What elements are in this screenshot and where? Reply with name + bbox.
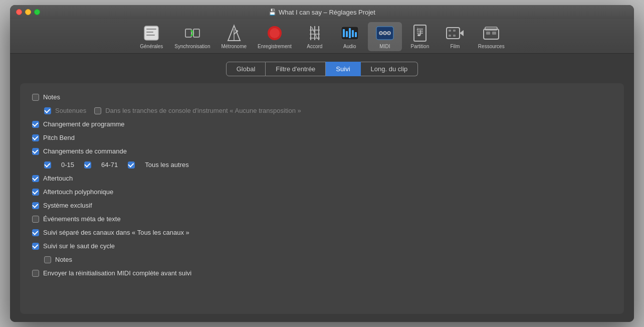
maximize-button[interactable] bbox=[34, 9, 40, 15]
label-pitch-bend: Pitch Bend bbox=[43, 134, 75, 141]
row-pitch-bend: Pitch Bend bbox=[32, 134, 612, 141]
svg-point-34 bbox=[388, 33, 389, 34]
tabs-bar: Global Filtre d'entrée Suivi Long. du cl… bbox=[20, 62, 624, 76]
metronome-icon bbox=[225, 24, 243, 42]
toolbar-item-midi[interactable]: MIDI bbox=[368, 22, 402, 51]
toolbar-item-partition[interactable]: ♩ Partition bbox=[403, 22, 437, 51]
partition-icon: ♩ bbox=[411, 24, 429, 42]
checkbox-suivi-separe[interactable] bbox=[32, 229, 39, 236]
checkbox-systeme-exclusif[interactable] bbox=[32, 202, 39, 209]
checkbox-64-71[interactable] bbox=[84, 161, 91, 169]
svg-rect-0 bbox=[144, 26, 158, 40]
checkbox-aftertouch-polyphonique[interactable] bbox=[32, 189, 39, 196]
tab-filtre-entree[interactable]: Filtre d'entrée bbox=[266, 62, 326, 76]
minimize-button[interactable] bbox=[25, 9, 31, 15]
label-envoyer-reinit: Envoyer la réinitialisation MIDI complèt… bbox=[43, 269, 191, 277]
checkbox-soutenues-extra[interactable] bbox=[94, 107, 101, 114]
label-soutenues: Soutenues bbox=[55, 107, 86, 114]
label-aftertouch: Aftertouch bbox=[43, 175, 73, 182]
svg-rect-2 bbox=[146, 32, 153, 33]
svg-rect-45 bbox=[453, 30, 456, 32]
row-envoyer-reinit: Envoyer la réinitialisation MIDI complèt… bbox=[32, 269, 612, 277]
toolbar-item-accord[interactable]: Accord bbox=[298, 22, 332, 51]
main-window: 💾 What I can say – Réglages Projet Génér… bbox=[10, 5, 634, 322]
toolbar-label-enregistrement: Enregistrement bbox=[258, 44, 292, 49]
svg-rect-44 bbox=[449, 30, 451, 32]
svg-rect-51 bbox=[492, 32, 496, 35]
checkbox-changement-programme[interactable] bbox=[32, 121, 39, 128]
toolbar-label-film: Film bbox=[450, 44, 460, 49]
toolbar: Générales Synchronisation bbox=[10, 19, 634, 54]
toolbar-item-metronome[interactable]: Métronome bbox=[216, 22, 252, 51]
svg-point-32 bbox=[384, 33, 385, 34]
generales-icon bbox=[142, 24, 160, 42]
label-tous-autres: Tous les autres bbox=[145, 161, 188, 169]
film-icon bbox=[446, 24, 464, 42]
row-soutenues: Soutenues Dans les tranches de console d… bbox=[32, 107, 612, 114]
window-title: 💾 What I can say – Réglages Projet bbox=[269, 9, 375, 16]
toolbar-label-generales: Générales bbox=[140, 44, 163, 49]
checkbox-aftertouch[interactable] bbox=[32, 175, 39, 182]
midi-icon bbox=[376, 24, 394, 42]
svg-rect-23 bbox=[343, 29, 345, 37]
tab-suivi[interactable]: Suivi bbox=[326, 62, 360, 76]
checkbox-changements-commande[interactable] bbox=[32, 148, 39, 155]
row-suivi-saut: Suivi sur le saut de cycle bbox=[32, 242, 612, 250]
checkbox-envoyer-reinit[interactable] bbox=[32, 270, 39, 277]
content-panel: Notes Soutenues Dans les tranches de con… bbox=[20, 83, 624, 314]
row-suivi-separe: Suivi séparé des canaux dans « Tous les … bbox=[32, 229, 612, 236]
title-icon: 💾 bbox=[269, 9, 276, 16]
svg-rect-3 bbox=[146, 35, 155, 36]
traffic-lights bbox=[16, 9, 40, 15]
synchronisation-icon bbox=[183, 24, 201, 42]
tab-long-clip[interactable]: Long. du clip bbox=[361, 62, 418, 76]
close-button[interactable] bbox=[16, 9, 22, 15]
tab-global[interactable]: Global bbox=[226, 62, 266, 76]
ressources-icon bbox=[482, 24, 500, 42]
row-aftertouch-polyphonique: Aftertouch polyphonique bbox=[32, 188, 612, 196]
toolbar-label-ressources: Ressources bbox=[478, 44, 505, 49]
checkbox-notes[interactable] bbox=[32, 94, 39, 101]
svg-text:♩: ♩ bbox=[416, 27, 418, 31]
audio-icon bbox=[341, 24, 359, 42]
svg-rect-48 bbox=[484, 29, 499, 39]
label-systeme-exclusif: Système exclusif bbox=[43, 202, 92, 209]
label-64-71: 64-71 bbox=[101, 161, 118, 169]
checkbox-suivi-saut[interactable] bbox=[32, 243, 39, 250]
label-changement-programme: Changement de programme bbox=[43, 120, 125, 128]
row-changement-programme: Changement de programme bbox=[32, 120, 612, 128]
checkbox-evenements-meta[interactable] bbox=[32, 216, 39, 223]
main-content: Global Filtre d'entrée Suivi Long. du cl… bbox=[10, 54, 634, 322]
toolbar-item-generales[interactable]: Générales bbox=[134, 22, 168, 51]
checkbox-soutenues[interactable] bbox=[44, 107, 51, 114]
svg-rect-4 bbox=[185, 29, 191, 37]
toolbar-item-synchronisation[interactable]: Synchronisation bbox=[169, 22, 215, 51]
toolbar-label-partition: Partition bbox=[411, 44, 430, 49]
svg-rect-46 bbox=[449, 35, 451, 37]
label-aftertouch-polyphonique: Aftertouch polyphonique bbox=[43, 188, 113, 196]
checkbox-notes-sub[interactable] bbox=[44, 256, 51, 263]
checkbox-pitch-bend[interactable] bbox=[32, 134, 39, 141]
svg-rect-47 bbox=[453, 35, 456, 37]
label-changements-commande: Changements de commande bbox=[43, 147, 127, 155]
toolbar-item-film[interactable]: Film bbox=[438, 22, 472, 51]
toolbar-label-synchronisation: Synchronisation bbox=[174, 44, 210, 49]
toolbar-label-accord: Accord bbox=[307, 44, 322, 49]
row-notes-sub: Notes bbox=[32, 256, 612, 263]
toolbar-item-enregistrement[interactable]: Enregistrement bbox=[253, 22, 297, 51]
svg-rect-1 bbox=[146, 29, 156, 30]
svg-point-14 bbox=[270, 28, 280, 38]
row-changements-commande: Changements de commande bbox=[32, 147, 612, 155]
row-aftertouch: Aftertouch bbox=[32, 175, 612, 182]
accord-icon bbox=[306, 24, 324, 42]
svg-rect-24 bbox=[346, 31, 348, 37]
label-suivi-separe: Suivi séparé des canaux dans « Tous les … bbox=[43, 229, 189, 236]
toolbar-item-ressources[interactable]: Ressources bbox=[473, 22, 510, 51]
checkbox-tous-autres[interactable] bbox=[128, 161, 135, 169]
svg-rect-50 bbox=[486, 32, 490, 35]
row-notes: Notes bbox=[32, 93, 612, 101]
checkbox-0-15[interactable] bbox=[44, 161, 51, 169]
row-sub-commands: 0-15 64-71 Tous les autres bbox=[32, 161, 612, 169]
svg-rect-8 bbox=[193, 29, 199, 37]
toolbar-item-audio[interactable]: Audio bbox=[333, 22, 367, 51]
